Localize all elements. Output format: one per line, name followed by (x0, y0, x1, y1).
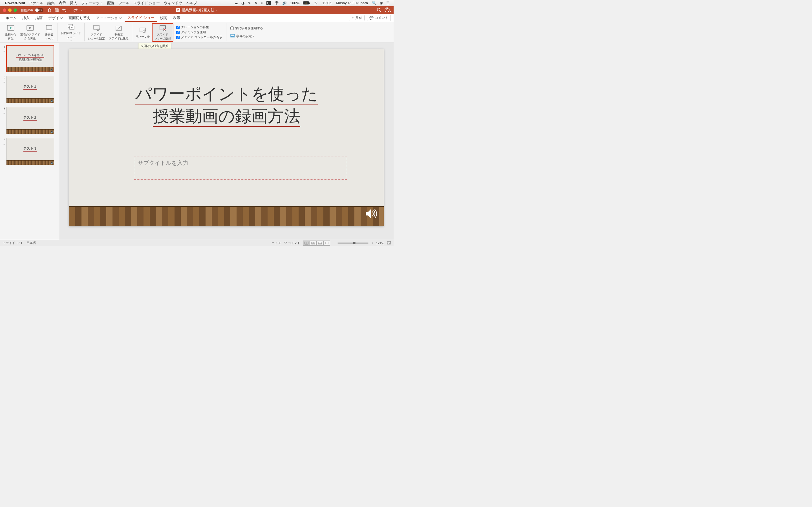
close-button[interactable] (3, 8, 6, 12)
check-always-subtitle[interactable]: 常に字幕を使用する (231, 26, 263, 31)
qat-customize-icon[interactable]: ▾ (81, 9, 82, 11)
notes-button[interactable]: ≐ メモ (271, 241, 281, 245)
comment-icon: 🗨 (284, 241, 288, 244)
play-from-start-button[interactable]: 最初から 再生 (3, 24, 18, 41)
slide-canvas[interactable]: パワーポイントを使った 授業動画の録画方法 サブタイトルを入力 (59, 43, 394, 240)
svg-text:⚡: ⚡ (305, 2, 307, 4)
tab-view[interactable]: 表示 (170, 14, 183, 22)
thumbnail-3[interactable]: 3★ テスト２ 🔊 (1, 107, 58, 134)
tab-home[interactable]: ホーム (3, 14, 19, 22)
status-dot-icon[interactable]: ◑ (241, 1, 245, 5)
menu-edit[interactable]: 編集 (47, 1, 55, 6)
subtitle-icon (231, 34, 235, 39)
search-icon[interactable] (377, 8, 381, 13)
doc-title-text: 授業動画の録画方法 (182, 8, 214, 13)
thumbnail-4[interactable]: 4★ テスト３ 🔊 (1, 138, 58, 165)
zoom-percentage[interactable]: 121% (376, 241, 384, 245)
share-button[interactable]: ⇪共有 (349, 15, 364, 21)
bluetooth-icon[interactable]: ᚼ (261, 1, 263, 5)
svg-rect-19 (94, 25, 99, 29)
account-icon[interactable]: ▾ (385, 7, 391, 13)
audio-object-icon[interactable] (363, 207, 378, 222)
tab-design[interactable]: デザイン (45, 14, 66, 22)
hide-slide-button[interactable]: 非表示 スライドに設定 (107, 24, 130, 41)
zoom-in-button[interactable]: + (371, 241, 373, 245)
slide-title[interactable]: パワーポイントを使った 授業動画の録画方法 (86, 83, 367, 128)
wifi-icon[interactable] (274, 1, 279, 5)
svg-rect-2 (309, 2, 310, 4)
tab-animations[interactable]: アニメーション (93, 14, 124, 22)
menu-insert[interactable]: 挿入 (70, 1, 77, 6)
tab-transitions[interactable]: 画面切り替え (66, 14, 93, 22)
custom-slideshow-button[interactable]: 目的別スライド ショー ▾ (59, 22, 83, 42)
save-icon[interactable] (55, 8, 59, 12)
menu-file[interactable]: ファイル (29, 1, 43, 6)
svg-point-5 (377, 8, 380, 11)
slideshow-setup-button[interactable]: スライド ショーの設定 (86, 24, 107, 41)
check-narration[interactable]: ナレーションの再生 (176, 25, 222, 29)
comments-button[interactable]: 🗨 コメント (284, 241, 300, 245)
tab-insert[interactable]: 挿入 (19, 14, 33, 22)
zoom-slider[interactable] (338, 242, 368, 244)
fit-to-window-button[interactable] (387, 241, 391, 245)
menu-arrange[interactable]: 配置 (107, 1, 114, 6)
sorter-view-button[interactable] (310, 240, 317, 245)
minimize-button[interactable] (8, 8, 11, 12)
presenter-tools-button[interactable]: 発表者 ツール (42, 24, 56, 41)
clock-icon[interactable]: ↻ (254, 1, 257, 5)
menu-help[interactable]: ヘルプ (186, 1, 197, 6)
menu-tools[interactable]: ツール (118, 1, 130, 6)
evernote-icon[interactable]: ✎ (248, 1, 251, 5)
slideshow-view-button[interactable] (323, 240, 330, 245)
app-name[interactable]: PowerPoint (5, 1, 26, 5)
title-dropdown-icon[interactable]: ⌵ (216, 9, 217, 11)
play-from-current-button[interactable]: 現在のスライド から再生 (18, 24, 42, 41)
svg-line-24 (116, 26, 121, 31)
redo-icon[interactable] (73, 8, 78, 12)
control-center-icon[interactable]: ☰ (386, 1, 390, 5)
check-timing[interactable]: タイミングを使用 (176, 30, 222, 34)
tab-slideshow[interactable]: スライド ショー (124, 14, 157, 22)
siri-icon[interactable]: ◉ (380, 1, 383, 5)
menu-window[interactable]: ウィンドウ (164, 1, 182, 6)
hide-slide-icon (115, 24, 123, 32)
battery-icon[interactable]: ⚡ (303, 1, 310, 5)
thumbnail-1[interactable]: 1★ パワーポイントを使った授業動画の録画方法 🔊 (1, 45, 58, 72)
rehearse-button[interactable]: リハーサル (134, 25, 151, 39)
svg-rect-37 (313, 242, 315, 243)
record-slideshow-button[interactable]: スライド ショーの記録 (152, 23, 173, 42)
slide-subtitle-placeholder[interactable]: サブタイトルを入力 (134, 157, 347, 180)
maximize-button[interactable] (13, 8, 17, 12)
language-indicator[interactable]: 日本語 (27, 241, 36, 245)
cloud-upload-icon[interactable]: ☁ (234, 1, 238, 5)
menu-format[interactable]: フォーマット (81, 1, 103, 6)
play-from-current-icon (26, 24, 34, 32)
comments-button[interactable]: 💬コメント (367, 15, 391, 21)
user-name[interactable]: Masayuki Fukuhara (336, 1, 368, 5)
autosave-toggle[interactable]: オフ (35, 8, 43, 12)
menu-view[interactable]: 表示 (59, 1, 66, 6)
record-tooltip: 先頭から録音を開始 (138, 43, 171, 49)
home-icon[interactable] (47, 8, 52, 12)
svg-rect-33 (231, 36, 234, 37)
menu-slideshow[interactable]: スライド ショー (133, 1, 160, 6)
audio-icon: 🔊 (50, 161, 53, 164)
record-icon (159, 24, 167, 32)
subtitle-settings-button[interactable]: 字幕の設定 ▾ (231, 34, 263, 39)
check-media-controls[interactable]: メディア コントロールの表示 (176, 35, 222, 40)
powerpoint-file-icon: P (176, 8, 180, 12)
audio-icon: 🔊 (50, 68, 53, 71)
thumbnail-2[interactable]: 2★ テスト１ 🔊 (1, 76, 58, 103)
star-icon: ★ (3, 80, 5, 83)
tab-review[interactable]: 校閲 (157, 14, 170, 22)
normal-view-button[interactable] (303, 240, 310, 245)
reading-view-button[interactable] (317, 240, 323, 245)
slide[interactable]: パワーポイントを使った 授業動画の録画方法 サブタイトルを入力 (69, 49, 384, 226)
ime-icon[interactable]: あ (266, 1, 271, 5)
undo-icon[interactable] (62, 8, 66, 12)
undo-dropdown-icon[interactable]: ▾ (69, 9, 70, 11)
spotlight-icon[interactable]: 🔍 (372, 1, 376, 5)
zoom-out-button[interactable]: − (333, 241, 335, 245)
volume-icon[interactable]: 🔊 (282, 1, 287, 5)
tab-draw[interactable]: 描画 (33, 14, 45, 22)
